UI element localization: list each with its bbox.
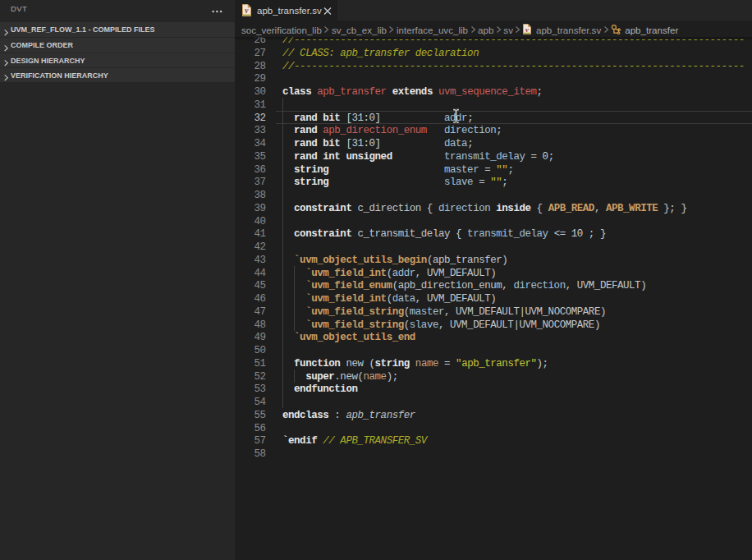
svg-text:v: v	[525, 25, 529, 33]
